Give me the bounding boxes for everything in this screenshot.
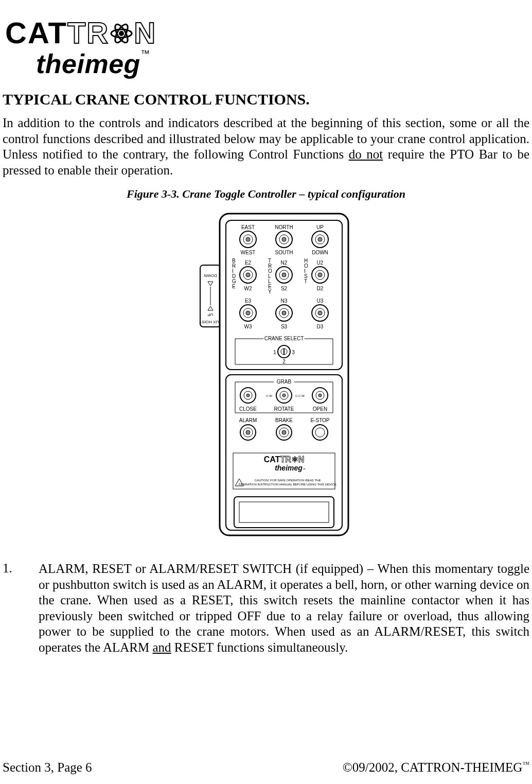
svg-text:DOWN: DOWN [204,273,217,278]
svg-text:ROTATE: ROTATE [274,406,294,412]
svg-text:N3: N3 [281,298,288,304]
svg-point-49 [246,273,250,277]
svg-point-55 [318,273,322,277]
intro-underline: do not [349,147,383,161]
brand-logo: CATTRN theimeg™ [3,15,529,79]
svg-point-70 [318,311,322,315]
svg-text:SOUTH: SOUTH [275,250,293,255]
svg-text:OPERATION INSTRUCTION MANUAL B: OPERATION INSTRUCTION MANUAL BEFORE USIN… [239,483,336,486]
svg-text:T: T [304,278,307,284]
svg-text:3: 3 [292,350,295,355]
svg-text:E3: E3 [245,298,252,304]
svg-text:C.W.: C.W. [266,394,273,397]
svg-text:GRAB: GRAB [277,379,292,385]
list-underline: and [152,640,171,654]
svg-text:1: 1 [273,350,276,355]
list-item-1: 1. ALARM, RESET or ALARM/RESET SWITCH (i… [3,561,529,655]
footer-right: ©09/2002, CATTRON-THEIMEG™ [343,760,529,775]
svg-rect-124 [234,497,334,528]
list-text: ALARM, RESET or ALARM/RESET SWITCH (if e… [39,561,529,655]
svg-text:W3: W3 [244,324,252,329]
svg-point-92 [246,394,250,397]
section-heading: TYPICAL CRANE CONTROL FUNCTIONS. [3,91,529,108]
svg-text:N2: N2 [281,260,288,266]
svg-text:CRANE SELECT: CRANE SELECT [264,336,304,341]
svg-text:C.C.W.: C.C.W. [295,394,305,397]
svg-text:CAUTION! FOR SAFE OPERATION RE: CAUTION! FOR SAFE OPERATION READ THE [255,479,321,482]
svg-text:W2: W2 [244,286,252,291]
svg-text:BRAKE: BRAKE [275,417,293,423]
svg-point-95 [282,394,286,397]
svg-text:2: 2 [282,359,286,364]
svg-text:NORTH: NORTH [275,224,293,230]
svg-point-22 [318,237,322,241]
svg-text:ALARM: ALARM [239,417,257,423]
svg-text:U3: U3 [317,298,324,304]
svg-text:E2: E2 [245,260,252,266]
footer-left: Section 3, Page 6 [3,760,92,775]
figure: text { font-family: Arial, Helvetica, sa… [3,211,529,543]
svg-text:DOWN: DOWN [312,250,328,255]
svg-text:UP: UP [316,224,324,230]
svg-point-115 [282,430,286,434]
list-text-2: RESET functions simultaneously. [171,640,348,654]
figure-caption: Figure 3-3. Crane Toggle Controller – ty… [3,187,529,201]
svg-text:UP: UP [207,312,213,317]
svg-text:E: E [232,284,236,289]
svg-point-67 [282,311,286,315]
svg-point-112 [246,430,250,434]
svg-text:D3: D3 [317,324,324,329]
svg-point-98 [318,394,322,397]
svg-text:Y: Y [268,289,272,294]
svg-text:AUX HOIST: AUX HOIST [199,320,221,324]
svg-text:CATTR⚛N: CATTR⚛N [264,455,305,464]
svg-text:S3: S3 [281,324,288,329]
svg-point-19 [282,237,286,241]
svg-text:CLOSE: CLOSE [239,406,257,412]
page-footer: Section 3, Page 6 ©09/2002, CATTRON-THEI… [3,760,529,775]
svg-point-64 [246,311,250,315]
svg-point-52 [282,273,286,277]
svg-point-16 [246,237,250,241]
svg-point-117 [315,428,325,437]
svg-text:theimeg™: theimeg™ [275,464,306,472]
svg-text:OPEN: OPEN [313,406,327,412]
svg-text:E-STOP: E-STOP [310,417,329,423]
svg-text:WEST: WEST [241,250,256,255]
svg-text:U2: U2 [317,260,324,266]
svg-text:D2: D2 [317,286,324,291]
list-number: 1. [3,561,39,655]
svg-text:S2: S2 [281,286,288,291]
intro-paragraph: In addition to the controls and indicato… [3,115,529,178]
controller-diagram: text { font-family: Arial, Helvetica, sa… [168,211,364,541]
svg-point-0 [119,31,124,36]
svg-text:EAST: EAST [241,224,255,230]
